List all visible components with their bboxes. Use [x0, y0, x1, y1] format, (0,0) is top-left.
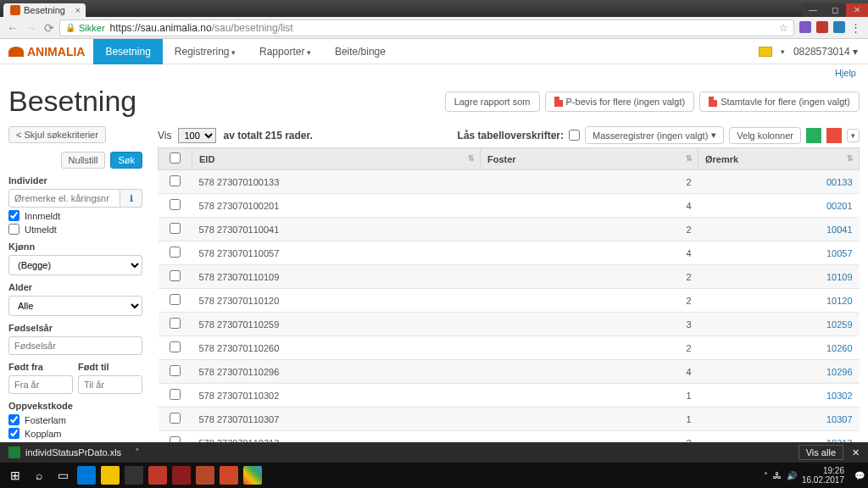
- select-all-checkbox[interactable]: [170, 152, 181, 164]
- notification-icon[interactable]: 💬: [854, 471, 865, 480]
- network-icon[interactable]: 🖧: [773, 471, 782, 480]
- mail-app-icon[interactable]: [148, 466, 167, 485]
- chrome-app-icon[interactable]: [243, 466, 262, 485]
- p-bevis-button[interactable]: P-bevis for flere (ingen valgt): [545, 92, 695, 112]
- help-link[interactable]: Hjelp: [835, 68, 856, 78]
- utmeldt-checkbox[interactable]: [8, 224, 19, 235]
- nav-registrering[interactable]: Registrering: [163, 39, 248, 64]
- export-caret[interactable]: ▾: [847, 129, 860, 142]
- explorer-app-icon[interactable]: [101, 466, 120, 485]
- forward-button[interactable]: →: [25, 21, 37, 35]
- individer-input[interactable]: [8, 189, 120, 208]
- oremrk-link[interactable]: 00133: [826, 177, 853, 187]
- close-window-button[interactable]: ✕: [846, 3, 868, 17]
- row-checkbox[interactable]: [170, 223, 181, 234]
- kopplam-checkbox[interactable]: [8, 428, 19, 439]
- fosterlam-checkbox[interactable]: [8, 414, 19, 425]
- skjul-sokekriterier-button[interactable]: < Skjul søkekriterier: [8, 126, 106, 143]
- edge-app-icon[interactable]: [77, 466, 96, 485]
- oremrk-link[interactable]: 00201: [826, 201, 853, 211]
- fodselsar-input[interactable]: [8, 336, 142, 355]
- export-xls-icon[interactable]: [806, 128, 821, 143]
- oremrk-link[interactable]: 10120: [826, 296, 853, 306]
- oremrk-link[interactable]: 10307: [826, 414, 853, 424]
- store-app-icon[interactable]: [125, 466, 143, 485]
- maximize-button[interactable]: ◻: [824, 3, 846, 17]
- th-eid[interactable]: EID: [192, 148, 481, 170]
- cell-oremrk: 10120: [698, 289, 860, 313]
- oremrk-link[interactable]: 10260: [826, 343, 853, 353]
- url-path: /sau/besetning/list: [212, 22, 293, 34]
- reload-button[interactable]: ⟳: [44, 21, 54, 35]
- start-button[interactable]: ⊞: [3, 463, 27, 487]
- nav-beite-binge[interactable]: Beite/binge: [323, 39, 398, 64]
- search-icon[interactable]: ⌕: [27, 463, 51, 487]
- th-select-all: [159, 148, 192, 170]
- download-item[interactable]: individStatusPrDato.xls ˄: [8, 446, 140, 458]
- oremrk-link[interactable]: 10259: [826, 319, 853, 330]
- row-checkbox[interactable]: [170, 389, 181, 400]
- row-checkbox[interactable]: [170, 318, 181, 329]
- las-overskrifter-checkbox[interactable]: [569, 130, 580, 141]
- oremrk-link[interactable]: 10057: [826, 248, 853, 258]
- logo[interactable]: ANIMALIA: [0, 45, 93, 58]
- row-checkbox[interactable]: [170, 413, 181, 424]
- row-checkbox[interactable]: [170, 199, 181, 210]
- ext-icon-1[interactable]: [799, 21, 811, 33]
- row-checkbox[interactable]: [170, 365, 181, 376]
- row-checkbox[interactable]: [170, 294, 181, 305]
- browser-tab[interactable]: Besetning ×: [3, 3, 86, 17]
- nullstill-button[interactable]: Nullstill: [61, 152, 106, 169]
- table-row: 578 273070110259310259: [159, 313, 860, 336]
- url-input[interactable]: 🔒 Sikker https://sau.animalia.no /sau/be…: [59, 19, 794, 36]
- download-caret-icon[interactable]: ˄: [135, 447, 140, 458]
- lagre-rapport-button[interactable]: Lagre rapport som: [445, 92, 540, 112]
- til-ar-input[interactable]: [78, 375, 142, 394]
- tray-caret-icon[interactable]: ˄: [764, 471, 768, 480]
- mail-icon[interactable]: [759, 47, 772, 57]
- star-icon[interactable]: ☆: [779, 22, 788, 34]
- fra-ar-input[interactable]: [8, 375, 73, 394]
- clock[interactable]: 19:26 16.02.2017: [802, 466, 849, 485]
- oremrk-link[interactable]: 10109: [826, 272, 853, 282]
- vis-alle-button[interactable]: Vis alle: [798, 445, 843, 460]
- info-icon[interactable]: ℹ: [120, 189, 142, 208]
- sok-button[interactable]: Søk: [110, 152, 142, 169]
- th-oremrk[interactable]: Øremrk: [698, 148, 860, 170]
- menu-icon[interactable]: ⋮: [850, 21, 861, 34]
- page-size-select[interactable]: 100: [178, 128, 216, 143]
- taskview-icon[interactable]: ▭: [51, 463, 75, 487]
- mcafee-app-icon[interactable]: [172, 466, 191, 485]
- back-button[interactable]: ←: [7, 21, 19, 35]
- nav-rapporter[interactable]: Rapporter: [248, 39, 323, 64]
- masseregistrer-button[interactable]: Masseregistrer (ingen valgt) ▾: [585, 126, 724, 144]
- download-close-icon[interactable]: ✕: [852, 447, 860, 458]
- innmeldt-checkbox[interactable]: [8, 210, 19, 221]
- user-id[interactable]: 0828573014 ▾: [793, 46, 858, 58]
- cell-foster: 4: [481, 241, 698, 265]
- row-checkbox[interactable]: [170, 270, 181, 281]
- export-pdf-icon[interactable]: [826, 128, 842, 143]
- volume-icon[interactable]: 🔊: [787, 471, 797, 480]
- alder-select[interactable]: Alle: [8, 296, 142, 316]
- cell-foster: 4: [481, 194, 698, 218]
- ext-icon-2[interactable]: [816, 21, 828, 33]
- row-checkbox[interactable]: [170, 175, 181, 186]
- powerpoint-app-icon[interactable]: [220, 466, 238, 485]
- row-checkbox[interactable]: [170, 247, 181, 258]
- nav-besetning[interactable]: Besetning: [93, 39, 162, 64]
- tab-close-icon[interactable]: ×: [75, 5, 81, 15]
- app-icon-1[interactable]: [196, 466, 214, 485]
- kjonn-select[interactable]: (Begge): [8, 255, 142, 275]
- minimize-button[interactable]: —: [802, 3, 824, 17]
- table-row: 578 273070100133200133: [159, 170, 860, 194]
- table-row: 578 273070110041210041: [159, 218, 860, 241]
- oremrk-link[interactable]: 10302: [826, 391, 853, 401]
- stamtavle-button[interactable]: Stamtavle for flere (ingen valgt): [699, 92, 860, 112]
- th-foster[interactable]: Foster: [481, 148, 698, 170]
- velg-kolonner-button[interactable]: Velg kolonner: [729, 127, 801, 144]
- ext-icon-3[interactable]: [833, 21, 845, 33]
- oremrk-link[interactable]: 10041: [826, 225, 853, 235]
- row-checkbox[interactable]: [170, 341, 181, 352]
- oremrk-link[interactable]: 10296: [826, 367, 853, 377]
